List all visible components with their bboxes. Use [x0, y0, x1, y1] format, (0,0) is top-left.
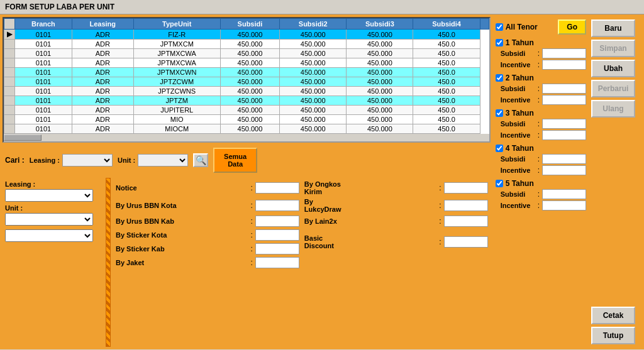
leasing-cell: ADR — [72, 115, 133, 124]
by-lucey-input[interactable] — [444, 200, 488, 211]
by-sticker-kota-label: By Sticker Kota — [116, 231, 248, 239]
subsidi4-cell: 450.0 — [413, 68, 480, 77]
typeunit-cell: JPTMXCWA — [133, 58, 220, 68]
right-outer-panel: All Tenor Go 1 Tahun Subsidi : Incentive… — [493, 17, 641, 347]
tenor5-incentive-input[interactable] — [542, 200, 586, 211]
table-row[interactable]: 0101ADRJPTMXCWA450.000450.000450.000450.… — [4, 58, 489, 68]
by-urus-kota-row: By Urus BBN Kota : — [116, 198, 299, 213]
unit-bottom-label: Unit : — [5, 204, 101, 212]
ubah-button[interactable]: Ubah — [591, 60, 635, 77]
perbarui-button[interactable]: Perbarui — [591, 80, 635, 97]
tenor5-subsidi-input[interactable] — [542, 189, 586, 199]
by-urus-kota-input[interactable] — [255, 200, 299, 211]
subsidi3-cell: 450.000 — [347, 40, 413, 49]
baru-button[interactable]: Baru — [591, 19, 635, 37]
subsidi2-cell: 450.000 — [280, 124, 347, 134]
subsidi4-cell: 450.0 — [413, 30, 480, 40]
table-row[interactable]: 0101ADRMIO450.000450.000450.000450.0 — [4, 115, 489, 124]
unit-bottom-combo2[interactable] — [5, 229, 93, 242]
all-tenor-checkbox[interactable] — [496, 23, 503, 31]
table-row[interactable]: 0101ADRJUPITERL450.000450.000450.000450.… — [4, 106, 489, 115]
by-sticker-kab-input[interactable] — [255, 243, 299, 254]
tenor-panel: All Tenor Go 1 Tahun Subsidi : Incentive… — [493, 17, 589, 347]
by-jaket-input[interactable] — [255, 257, 299, 268]
subsidi-cell: 450.000 — [220, 68, 279, 77]
leasing-bottom-combo[interactable] — [5, 189, 93, 202]
tenor3-subsidi-label: Subsidi — [501, 120, 535, 128]
simpan-button[interactable]: Simpan — [591, 40, 635, 57]
table-row[interactable]: 0101ADRJPTZM450.000450.000450.000450.0 — [4, 96, 489, 106]
tenor5-subsidi-label: Subsidi — [501, 190, 535, 198]
table-row[interactable]: ▶0101ADRFIZ-R450.000450.000450.000450.0 — [4, 30, 489, 40]
horizontal-scrollbar[interactable] — [4, 134, 489, 141]
tenor3-checkbox[interactable] — [496, 109, 503, 117]
tenor4-checkbox[interactable] — [496, 145, 503, 152]
col-leasing: Leasing — [72, 19, 133, 30]
tenor3-subsidi-input[interactable] — [542, 119, 586, 129]
leasing-cell: ADR — [72, 68, 133, 77]
by-ongkos-input[interactable] — [444, 182, 488, 194]
by-lucey-label: ByLukcyDraw — [304, 198, 436, 213]
leasing-field-group: Leasing : — [5, 180, 101, 202]
tenor2-checkbox[interactable] — [496, 74, 503, 82]
table-row[interactable]: 0101ADRMIOCM450.000450.000450.000450.0 — [4, 124, 489, 134]
subsidi2-cell: 450.000 — [280, 87, 347, 96]
tenor1-header: 1 Tahun — [496, 38, 586, 47]
go-button[interactable]: Go — [558, 19, 586, 35]
semua-data-button[interactable]: SemuaData — [213, 148, 257, 173]
subsidi3-cell: 450.000 — [347, 30, 413, 40]
unit-bottom-combo[interactable] — [5, 213, 93, 226]
tenor1-checkbox[interactable] — [496, 39, 503, 46]
tenor2-header: 2 Tahun — [496, 74, 586, 82]
tenor5-label: 5 Tahun — [506, 179, 534, 188]
tenor3-incentive-input[interactable] — [542, 130, 586, 140]
branch-cell: 0101 — [15, 68, 72, 77]
subsidi4-cell: 450.0 — [413, 58, 480, 68]
table-row[interactable]: 0101ADRJPTZCWM450.000450.000450.000450.0 — [4, 77, 489, 87]
by-sticker-kota-input[interactable] — [255, 229, 299, 241]
arrow-cell — [4, 124, 15, 134]
branch-cell: 0101 — [15, 115, 72, 124]
tenor5-checkbox[interactable] — [496, 180, 503, 187]
tenor3-header: 3 Tahun — [496, 109, 586, 118]
tenor1-subsidi-input[interactable] — [542, 48, 586, 58]
cetak-button[interactable]: Cetak — [591, 307, 635, 324]
basic-discount-input[interactable] — [444, 236, 488, 248]
tenor4-incentive-input[interactable] — [542, 165, 586, 175]
leasing-cell: ADR — [72, 40, 133, 49]
tenor4-subsidi-input[interactable] — [542, 154, 586, 164]
table-row[interactable]: 0101ADRJPTZCWNS450.000450.000450.000450.… — [4, 87, 489, 96]
arrow-cell: ▶ — [4, 30, 15, 40]
branch-cell: 0101 — [15, 30, 72, 40]
by-urus-kab-label: By Urus BBN Kab — [116, 217, 248, 225]
table-row[interactable]: 0101ADRJPTMXCWN450.000450.000450.000450.… — [4, 68, 489, 77]
branch-cell: 0101 — [15, 77, 72, 87]
data-table: Branch Leasing TypeUnit Subsidi Subsidi2… — [4, 18, 489, 134]
typeunit-cell: FIZ-R — [133, 30, 220, 40]
leasing-cell: ADR — [72, 106, 133, 115]
tenor1-incentive-input[interactable] — [542, 60, 586, 70]
search-button[interactable]: 🔍 — [193, 153, 208, 167]
notice-row: Notice : — [116, 180, 299, 195]
all-tenor-label: All Tenor — [506, 23, 538, 31]
notice-input[interactable] — [255, 182, 299, 194]
branch-cell: 0101 — [15, 96, 72, 106]
tutup-button[interactable]: Tutup — [591, 327, 635, 344]
leasing-cell: ADR — [72, 87, 133, 96]
tenor2-incentive-input[interactable] — [542, 95, 586, 105]
leasing-search-combo[interactable] — [62, 154, 113, 167]
typeunit-cell: MIOCM — [133, 124, 220, 134]
table-row[interactable]: 0101ADRJPTMXCM450.000450.000450.000450.0 — [4, 40, 489, 49]
unit-search-combo[interactable] — [138, 154, 188, 167]
subsidi-cell: 450.000 — [220, 40, 279, 49]
tenor2-subsidi-input[interactable] — [542, 84, 586, 94]
by-lain-input[interactable] — [444, 216, 488, 227]
ulang-button[interactable]: Ulang — [591, 100, 635, 118]
scroll-thumb[interactable] — [4, 134, 42, 141]
arrow-cell — [4, 40, 15, 49]
table-row[interactable]: 0101ADRJPTMXCWA450.000450.000450.000450.… — [4, 49, 489, 58]
tenor4-incentive-label: Incentive — [501, 167, 535, 174]
by-urus-kab-input[interactable] — [255, 216, 299, 227]
subsidi-cell: 450.000 — [220, 30, 279, 40]
typeunit-cell: JPTZCWM — [133, 77, 220, 87]
